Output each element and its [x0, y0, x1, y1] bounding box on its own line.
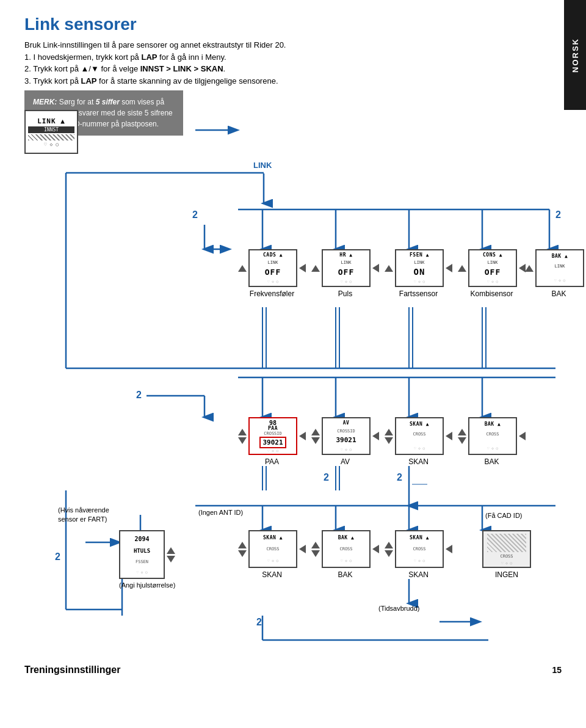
diagram-area: MERK: Sørg for at 5 siffer som vises på …: [24, 90, 574, 652]
link-label: LINK: [253, 161, 272, 170]
bak2-down-arrow[interactable]: [458, 437, 466, 444]
row2-badge-2: 2: [136, 390, 142, 401]
skan3-device: SKAN ▲ CROSS ♡ ◇ ○: [248, 530, 297, 568]
bak2-up-arrow[interactable]: [458, 429, 466, 435]
link-inns-dots: ♡ ◇ ○: [44, 142, 59, 147]
cads-device: CADS ▲ LINK OFF ♡ ◇ ○: [248, 249, 297, 287]
hr-label: Puls: [311, 289, 379, 298]
fart-device: 2094 HTULS FSSEN ♡ ◇ ○: [119, 530, 165, 579]
ingen-label: INGEN: [482, 570, 531, 579]
link-inns-line2: INNST: [28, 126, 74, 133]
av-left-arrow[interactable]: [372, 432, 379, 440]
page-container: NORSK Link sensorer Bruk Link-innstillin…: [0, 0, 586, 690]
paa-up-arrow[interactable]: [238, 429, 247, 435]
skan3-up-arrow[interactable]: [238, 542, 247, 548]
paa-device: 98 PAA CROSSID 39021 ♡ ◇ ○: [248, 417, 297, 455]
sensor-paa: 98 PAA CROSSID 39021 ♡ ◇ ○ PAA: [238, 417, 306, 466]
skan2-device: SKAN ▲ CROSS ♡ ◇ ○: [395, 417, 444, 455]
bak1-label: BAK: [525, 289, 586, 298]
hr-device: HR ▲ LINK OFF ♡ ◇ ○: [322, 249, 371, 287]
angi-hjul-label: (Angi hjulstørrelse): [119, 581, 175, 589]
hr-left-arrow[interactable]: [372, 264, 379, 272]
av-device: AV CROSSID 39021 ♡ ◇ ○: [322, 417, 371, 455]
bak3-up-arrow[interactable]: [311, 542, 320, 548]
skan2-left-arrow[interactable]: [446, 432, 452, 440]
sensor-skan3: SKAN ▲ CROSS ♡ ◇ ○ SKAN: [238, 530, 306, 579]
bak2-left-arrow[interactable]: [519, 432, 526, 440]
skan2-down-arrow[interactable]: [385, 437, 393, 444]
language-label: NORSK: [571, 38, 580, 73]
fsen-label: Fartssensor: [385, 289, 452, 298]
paa-label: PAA: [238, 457, 306, 466]
tidsavbrudd-label: (Tidsavbrudd): [378, 605, 419, 612]
cads-up-arrow[interactable]: [238, 265, 247, 272]
row1-badge-2-right: 2: [555, 209, 561, 220]
sensor-bak3: BAK ▲ CROSS ♡ ◇ ○ BAK: [311, 530, 379, 579]
av-badge-2: 2: [324, 472, 329, 483]
intro-text: Bruk Link-innstillingen til å pare senso…: [24, 39, 562, 51]
cads-left-arrow[interactable]: [299, 264, 306, 272]
link-inns-line1: LINK ▲: [37, 117, 65, 125]
ingen-hatch: [487, 534, 527, 552]
skan2-up-arrow[interactable]: [385, 429, 393, 435]
sensor-cads: CADS ▲ LINK OFF ♡ ◇ ○ Frekvensføler: [238, 249, 306, 298]
ingen-device: CROSS ♡ ◇ ○: [482, 530, 531, 568]
row1-badge-2: 2: [192, 209, 198, 220]
fsen-up-arrow[interactable]: [385, 265, 393, 272]
bak3-left-arrow[interactable]: [372, 545, 379, 553]
skan4-label: SKAN: [385, 570, 452, 579]
skan3-down-arrow[interactable]: [238, 550, 247, 557]
cons-up-arrow[interactable]: [458, 265, 466, 272]
av-label: AV: [311, 457, 379, 466]
cons-label: Kombisensor: [458, 289, 526, 298]
sensor-cons: CONS ▲ LINK OFF ♡ ◇ ○ Kombisensor: [458, 249, 526, 298]
bak3-down-arrow[interactable]: [311, 550, 320, 557]
ingen-ant-id-label: (Ingen ANT ID): [198, 509, 243, 516]
bak2-label: BAK: [458, 457, 526, 466]
skan4-down-arrow[interactable]: [385, 550, 393, 557]
paa-down-arrow[interactable]: [238, 437, 247, 444]
cons-device: CONS ▲ LINK OFF ♡ ◇ ○: [468, 249, 517, 287]
instructions: Bruk Link-innstillingen til å pare senso…: [24, 39, 562, 87]
step1: 1. I hovedskjermen, trykk kort på LAP fo…: [24, 51, 562, 64]
skan4-left-arrow[interactable]: [446, 545, 452, 553]
if-fart-label: (Hvis nåværende sensor er FART): [58, 506, 125, 525]
sensor-fart: 2094 HTULS FSSEN ♡ ◇ ○ (Angi hjulstørrel…: [119, 530, 175, 589]
sensor-ingen: CROSS ♡ ◇ ○ INGEN: [482, 530, 531, 579]
sensor-skan2: SKAN ▲ CROSS ♡ ◇ ○ SKAN: [385, 417, 452, 466]
av-up-arrow[interactable]: [311, 429, 320, 435]
bak1-up-arrow[interactable]: [525, 265, 534, 272]
page-title: Link sensorer: [24, 15, 562, 34]
bak3-device: BAK ▲ CROSS ♡ ◇ ○: [322, 530, 371, 568]
skan2-label: SKAN: [385, 457, 452, 466]
av-down-arrow[interactable]: [311, 437, 320, 444]
sensor-av: AV CROSSID 39021 ♡ ◇ ○ AV: [311, 417, 379, 466]
fsen-left-arrow[interactable]: [446, 264, 452, 272]
link-inns-device: LINK ▲ INNST ♡ ◇ ○: [24, 110, 78, 154]
skan3-label: SKAN: [238, 570, 306, 579]
skan4-device: SKAN ▲ CROSS ♡ ◇ ○: [395, 530, 444, 568]
link-inns-hatch: [28, 134, 74, 140]
page-footer: Treningsinnstillinger 15: [24, 664, 562, 675]
sensor-fsen: FSEN ▲ LINK ON ♡ ◇ ○ Fartssensor: [385, 249, 452, 298]
sensor-bak2: BAK ▲ CROSS ♡ ◇ ○ BAK: [458, 417, 526, 466]
page-number: 15: [552, 665, 562, 675]
treningsinnstillinger-label: Treningsinnstillinger: [24, 664, 120, 675]
step3: 3. Trykk kort på LAP for å starte skanni…: [24, 75, 562, 87]
bak3-label: BAK: [311, 570, 379, 579]
skan3-left-arrow[interactable]: [299, 545, 306, 553]
skan4-up-arrow[interactable]: [385, 542, 393, 548]
fsen-device: FSEN ▲ LINK ON ♡ ◇ ○: [395, 249, 444, 287]
hr-up-arrow[interactable]: [311, 265, 320, 272]
bottom-badge-2: 2: [256, 617, 262, 628]
skan2-badge-2: 2: [397, 472, 402, 483]
step2: 2. Trykk kort på ▲/▼ for å velge INNST >…: [24, 63, 562, 75]
fart-up-arrow[interactable]: [167, 547, 175, 554]
row3-badge-2: 2: [55, 551, 60, 562]
cads-label: Frekvensføler: [238, 289, 306, 298]
sensor-skan4: SKAN ▲ CROSS ♡ ◇ ○ SKAN: [385, 530, 452, 579]
bak2-device: BAK ▲ CROSS ♡ ◇ ○: [468, 417, 517, 455]
sensor-bak1: BAK ▲ LINK ♡ ◇ ○ BAK: [525, 249, 586, 298]
paa-left-arrow[interactable]: [299, 432, 306, 440]
fart-down-arrow[interactable]: [167, 556, 175, 562]
